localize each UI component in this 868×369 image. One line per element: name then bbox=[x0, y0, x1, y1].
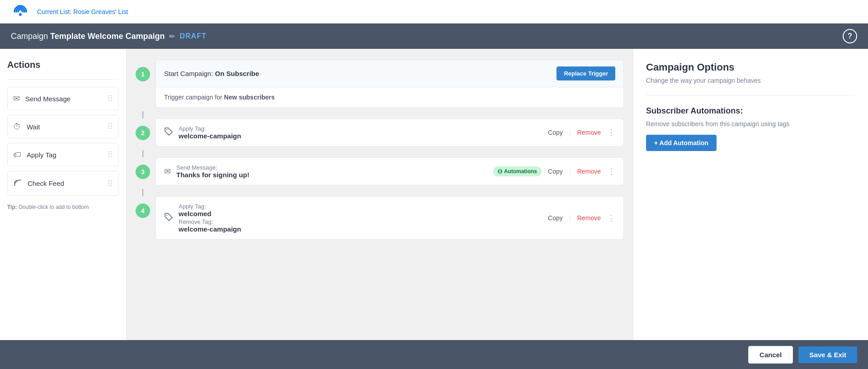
connector bbox=[142, 189, 143, 196]
trigger-card-body: Trigger campaign for New subscribers bbox=[156, 87, 623, 107]
send-message-label: Send Message bbox=[25, 95, 71, 103]
step-2-remove-button[interactable]: Remove bbox=[575, 127, 604, 138]
panel-subtitle: Change the way your campaign behaves bbox=[646, 77, 855, 84]
sidebar-item-apply-tag[interactable]: 🏷 Apply Tag ⠿ bbox=[7, 143, 119, 166]
wait-label: Wait bbox=[27, 123, 40, 131]
sidebar-item-wait[interactable]: ⏱ Wait ⠿ bbox=[7, 115, 119, 138]
step-3-name: Thanks for signing up! bbox=[176, 171, 488, 179]
step-3-content: Send Message: Thanks for signing up! bbox=[176, 164, 488, 179]
step-4-name: welcomed bbox=[179, 210, 540, 218]
bottom-bar: Cancel Save & Exit bbox=[0, 340, 868, 369]
drag-handle-icon: ⠿ bbox=[107, 122, 113, 132]
step-4-remove-tag-label: Remove Tag: bbox=[179, 218, 540, 225]
step-number-3: 3 bbox=[136, 165, 150, 179]
check-feed-label: Check Feed bbox=[28, 180, 64, 187]
step-3-remove-button[interactable]: Remove bbox=[575, 166, 604, 177]
step-4-controls: Copy | Remove ⋮ bbox=[545, 213, 615, 223]
step-row-1: 1 Start Campaign: On Subscribe Replace T… bbox=[136, 60, 624, 108]
sidebar-item-check-feed[interactable]: Check Feed ⠿ bbox=[7, 171, 119, 196]
panel-section-desc: Remove subscribers from this campaign us… bbox=[646, 120, 855, 128]
connector bbox=[142, 150, 143, 157]
feed-icon bbox=[13, 178, 22, 189]
aweber-logo bbox=[11, 2, 30, 21]
step-4-more-icon[interactable]: ⋮ bbox=[607, 213, 615, 223]
draft-status-badge: DRAFT bbox=[179, 32, 206, 40]
trigger-title: Start Campaign: On Subscribe bbox=[164, 70, 259, 77]
tag-card-icon bbox=[164, 127, 173, 138]
add-automation-button[interactable]: + Add Automation bbox=[646, 135, 717, 151]
main-content: Actions ✉ Send Message ⠿ ⏱ Wait ⠿ 🏷 Appl… bbox=[0, 49, 868, 340]
svg-point-4 bbox=[166, 214, 167, 215]
current-list-link[interactable]: Current List: Rosie Greaves' List bbox=[37, 8, 128, 15]
tag-card-icon-4 bbox=[164, 213, 173, 224]
help-button[interactable]: ? bbox=[843, 29, 857, 43]
panel-divider bbox=[646, 95, 855, 95]
step-2-type: Apply Tag: bbox=[179, 125, 540, 132]
step-card-3: ✉ Send Message: Thanks for signing up! ℹ… bbox=[156, 157, 624, 185]
step-2-more-icon[interactable]: ⋮ bbox=[607, 128, 615, 137]
clock-icon: ⏱ bbox=[13, 122, 21, 132]
sidebar-divider bbox=[7, 79, 119, 80]
svg-point-2 bbox=[14, 184, 15, 186]
tag-icon: 🏷 bbox=[13, 150, 21, 160]
campaign-title-area: Campaign Template Welcome Campaign ✏ DRA… bbox=[11, 32, 207, 41]
campaign-header: Campaign Template Welcome Campaign ✏ DRA… bbox=[0, 24, 868, 49]
action-card-3: ✉ Send Message: Thanks for signing up! ℹ… bbox=[156, 158, 623, 185]
step-2-name: welcome-campaign bbox=[179, 132, 540, 140]
logo bbox=[11, 2, 30, 21]
panel-title: Campaign Options bbox=[646, 62, 855, 73]
trigger-card: Start Campaign: On Subscribe Replace Tri… bbox=[156, 60, 624, 108]
svg-point-1 bbox=[19, 13, 22, 16]
right-panel: Campaign Options Change the way your cam… bbox=[633, 49, 868, 340]
apply-tag-label: Apply Tag bbox=[27, 151, 57, 159]
trigger-card-header: Start Campaign: On Subscribe Replace Tri… bbox=[156, 60, 623, 87]
step-4-content: Apply Tag: welcomed Remove Tag: welcome-… bbox=[179, 203, 540, 233]
svg-point-3 bbox=[166, 129, 167, 130]
sidebar-title: Actions bbox=[7, 60, 119, 70]
edit-campaign-icon[interactable]: ✏ bbox=[169, 32, 175, 41]
step-number-1: 1 bbox=[136, 67, 150, 81]
step-4-copy-button[interactable]: Copy bbox=[545, 213, 566, 223]
step-row-2: 2 Apply Tag: welcome-campaign Copy | Rem… bbox=[136, 118, 624, 147]
action-card-2: Apply Tag: welcome-campaign Copy | Remov… bbox=[156, 119, 623, 146]
flow-area: 1 Start Campaign: On Subscribe Replace T… bbox=[127, 49, 633, 340]
step-row-3: 3 ✉ Send Message: Thanks for signing up!… bbox=[136, 157, 624, 185]
panel-section-title: Subscriber Automations: bbox=[646, 106, 855, 116]
step-2-controls: Copy | Remove ⋮ bbox=[545, 127, 615, 138]
envelope-card-icon: ✉ bbox=[164, 166, 171, 176]
top-nav: Current List: Rosie Greaves' List bbox=[0, 0, 868, 24]
drag-handle-icon: ⠿ bbox=[107, 179, 113, 189]
step-4-remove-button[interactable]: Remove bbox=[575, 213, 604, 223]
step-number-2: 2 bbox=[136, 126, 150, 140]
step-row-4: 4 Apply Tag: welcomed Remove Tag: welcom… bbox=[136, 196, 624, 240]
step-3-copy-button[interactable]: Copy bbox=[545, 166, 566, 177]
envelope-icon: ✉ bbox=[13, 94, 20, 104]
connector bbox=[142, 111, 143, 118]
step-3-more-icon[interactable]: ⋮ bbox=[607, 166, 615, 176]
sidebar: Actions ✉ Send Message ⠿ ⏱ Wait ⠿ 🏷 Appl… bbox=[0, 49, 127, 340]
tip-text: Tip: Double-click to add to bottom bbox=[7, 204, 119, 210]
step-3-controls: ℹ Automations Copy | Remove ⋮ bbox=[493, 166, 615, 177]
drag-handle-icon: ⠿ bbox=[107, 94, 113, 104]
action-card-4: Apply Tag: welcomed Remove Tag: welcome-… bbox=[156, 197, 623, 239]
step-3-type: Send Message: bbox=[176, 164, 488, 171]
automations-dot: ℹ bbox=[498, 169, 502, 174]
step-4-remove-tag-value: welcome-campaign bbox=[179, 225, 540, 233]
step-card-4: Apply Tag: welcomed Remove Tag: welcome-… bbox=[156, 196, 624, 240]
cancel-button[interactable]: Cancel bbox=[748, 346, 793, 364]
step-number-4: 4 bbox=[136, 203, 150, 218]
replace-trigger-button[interactable]: Replace Trigger bbox=[557, 66, 615, 80]
sidebar-item-send-message[interactable]: ✉ Send Message ⠿ bbox=[7, 87, 119, 110]
step-2-copy-button[interactable]: Copy bbox=[545, 127, 566, 138]
step-card-2: Apply Tag: welcome-campaign Copy | Remov… bbox=[156, 118, 624, 147]
step-4-type: Apply Tag: bbox=[179, 203, 540, 210]
automations-badge[interactable]: ℹ Automations bbox=[493, 166, 542, 176]
campaign-title: Campaign Template Welcome Campaign bbox=[11, 32, 165, 41]
save-exit-button[interactable]: Save & Exit bbox=[798, 346, 857, 363]
drag-handle-icon: ⠿ bbox=[107, 150, 113, 160]
step-2-content: Apply Tag: welcome-campaign bbox=[179, 125, 540, 140]
